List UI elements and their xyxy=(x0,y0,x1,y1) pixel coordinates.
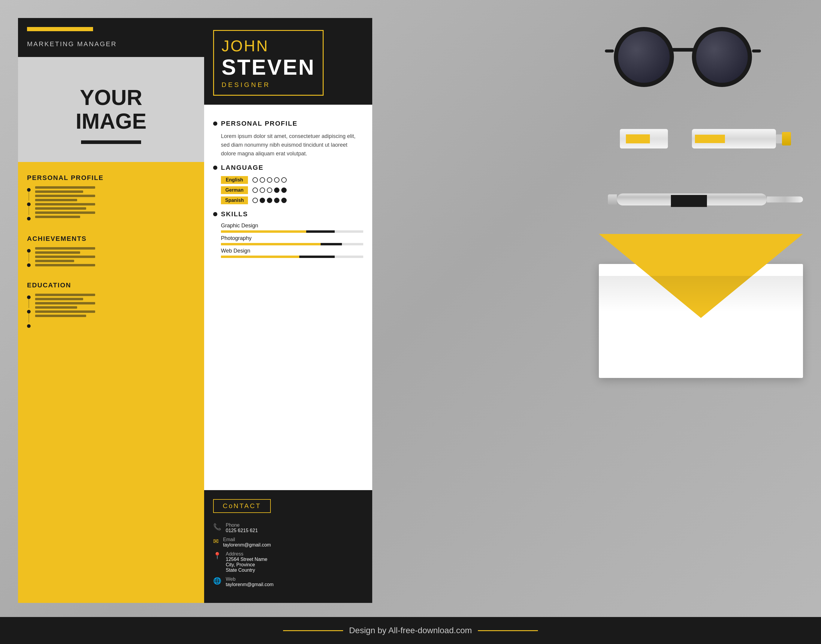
contact-box: CoNTACT xyxy=(213,499,271,513)
glasses-right-arm xyxy=(752,49,761,52)
footer-line-left xyxy=(283,630,343,631)
language-name-german: German xyxy=(221,186,248,194)
skill-bar-web-design xyxy=(221,256,363,258)
bullet-dot xyxy=(213,166,217,170)
name-box: JOHN STEVEN DESIGNER xyxy=(213,30,324,96)
footer-text: Design by All-free-download.com xyxy=(349,626,472,635)
timeline-item-1 xyxy=(27,186,195,221)
cv-text-lines xyxy=(35,247,95,266)
usb-drives-area xyxy=(620,129,776,149)
web-value: taylorenm@gmail.com xyxy=(226,582,274,587)
spanish-dots xyxy=(252,198,287,203)
email-icon: ✉ xyxy=(213,538,218,545)
timeline-dot xyxy=(27,202,31,206)
glasses-frame xyxy=(605,18,761,102)
personal-profile-header: PERSONAL PROFILE xyxy=(213,120,363,127)
cv-personal-profile-section: PERSONAL PROFILE xyxy=(27,174,195,223)
cv-bottom-yellow: PERSONAL PROFILE xyxy=(18,162,204,603)
web-icon: 🌐 xyxy=(213,577,221,585)
pen-band xyxy=(671,195,707,207)
pen-body xyxy=(617,193,767,205)
timeline-dot xyxy=(27,296,31,299)
marketing-label: MARKETING MANAGER xyxy=(27,40,195,48)
footer-bar: Design by All-free-download.com xyxy=(0,617,821,644)
cv-education-title: EDUCATION xyxy=(27,281,195,289)
web-label: Web xyxy=(226,577,274,582)
envelope-accessory xyxy=(599,234,803,378)
phone-icon: 📞 xyxy=(213,523,221,531)
first-name: JOHN xyxy=(221,37,269,55)
cv-black-bar xyxy=(81,140,141,144)
usb-cap xyxy=(782,132,791,146)
cv-contact-section: CoNTACT 📞 Phone 0125 6215 621 ✉ Email ta… xyxy=(204,490,372,603)
glasses-left-lens xyxy=(614,27,674,87)
timeline-item-2 xyxy=(27,247,195,267)
personal-profile-label: PERSONAL PROFILE xyxy=(221,120,297,127)
cv-name-section: JOHN STEVEN DESIGNER xyxy=(204,18,372,105)
glasses-left-arm xyxy=(605,49,614,52)
cv-achievements-title: ACHIEVEMENTS xyxy=(27,235,195,243)
job-title: DESIGNER xyxy=(221,81,315,89)
profile-text: Lorem ipsum dolor sit amet, consectetuer… xyxy=(221,132,363,158)
glasses-right-lens xyxy=(692,27,752,87)
skill-web-design: Web Design xyxy=(221,248,363,258)
sunglasses-accessory xyxy=(605,18,761,102)
skill-name-graphic-design: Graphic Design xyxy=(221,222,363,229)
contact-phone: 📞 Phone 0125 6215 621 xyxy=(213,523,363,533)
timeline-dot xyxy=(27,310,31,313)
language-item-german: German xyxy=(221,186,363,194)
usb-drive-large xyxy=(692,129,776,149)
contact-address: 📍 Address 12564 Street NameCity, Provinc… xyxy=(213,551,363,573)
skills-header: SKILLS xyxy=(213,210,363,218)
cv-image-placeholder: YOUR IMAGE xyxy=(75,86,146,133)
language-item-spanish: Spanish xyxy=(221,196,363,204)
timeline-dot xyxy=(27,249,31,253)
contact-web: 🌐 Web taylorenm@gmail.com xyxy=(213,577,363,587)
language-label: LANGUAGE xyxy=(221,164,264,172)
timeline-dot xyxy=(27,217,31,221)
english-dots xyxy=(252,177,287,182)
skill-photography: Photography xyxy=(221,235,363,245)
skill-name-photography: Photography xyxy=(221,235,363,241)
cv-right-white: PERSONAL PROFILE Lorem ipsum dolor sit a… xyxy=(204,105,372,490)
glasses-bridge xyxy=(671,48,695,52)
cv-left-panel: MARKETING MANAGER YOUR IMAGE PERSONAL PR… xyxy=(18,18,204,603)
cv-yellow-bar xyxy=(27,27,93,31)
usb-small-yellow xyxy=(626,134,650,143)
phone-value: 0125 6215 621 xyxy=(226,528,258,533)
german-dots xyxy=(252,187,287,193)
contact-title: CoNTACT xyxy=(223,502,261,510)
cv-right-panel: JOHN STEVEN DESIGNER PERSONAL PROFILE Lo… xyxy=(204,18,372,603)
footer-line-right xyxy=(478,630,538,631)
timeline-dot xyxy=(27,263,31,267)
contact-email: ✉ Email taylorenm@gmail.com xyxy=(213,537,363,548)
language-name-english: English xyxy=(221,176,248,184)
usb-drive-small xyxy=(620,129,668,149)
language-header: LANGUAGE xyxy=(213,164,363,172)
language-item-english: English xyxy=(221,176,363,184)
cv-achievements-section: ACHIEVEMENTS xyxy=(27,235,195,269)
location-icon: 📍 xyxy=(213,552,221,560)
pen-accessory xyxy=(617,192,803,210)
language-name-spanish: Spanish xyxy=(221,196,248,204)
skill-graphic-design: Graphic Design xyxy=(221,222,363,233)
cv-top-dark: MARKETING MANAGER YOUR IMAGE xyxy=(18,18,204,162)
address-label: Address xyxy=(226,551,268,557)
timeline-dot xyxy=(27,324,31,328)
skill-bar-graphic-design xyxy=(221,230,363,233)
skills-label: SKILLS xyxy=(221,210,248,218)
email-value: taylorenm@gmail.com xyxy=(223,542,271,548)
bullet-dot xyxy=(213,121,217,126)
skill-name-web-design: Web Design xyxy=(221,248,363,254)
cv-education-section: EDUCATION xyxy=(27,281,195,330)
envelope-flap-shadow xyxy=(599,276,803,312)
timeline-item-3 xyxy=(27,294,195,328)
cv-image-area: YOUR IMAGE xyxy=(18,57,204,162)
phone-label: Phone xyxy=(226,523,258,528)
timeline-dot xyxy=(27,188,31,192)
cv-text-lines xyxy=(35,294,95,317)
pen-end xyxy=(608,195,617,205)
last-name: STEVEN xyxy=(221,55,315,80)
bullet-dot xyxy=(213,212,217,216)
email-label: Email xyxy=(223,537,271,542)
